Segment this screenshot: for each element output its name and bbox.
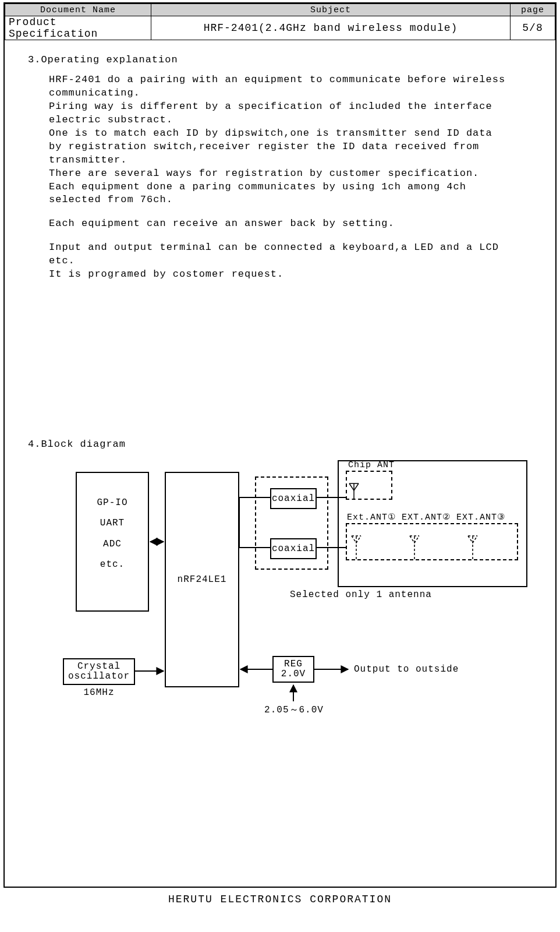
coaxial-box-1: coaxial: [270, 488, 317, 509]
section3-p8: It is programed by costomer request.: [49, 268, 511, 281]
coax2-label: coaxial: [272, 543, 315, 554]
nrf-block: nRF24LE1: [165, 472, 239, 687]
section3-p4: There are several ways for registration …: [49, 167, 511, 181]
crystal-freq: 16MHz: [63, 687, 135, 698]
reg-label: REG 2.0V: [281, 659, 306, 680]
section4-title: 4.Block diagram: [28, 439, 544, 450]
page-frame: Document Name Subject page Product Speci…: [3, 2, 557, 888]
gpio-line2: UART: [77, 513, 148, 534]
crystal-label: Crystal oscillator: [68, 662, 130, 682]
gpio-block: GP-IO UART ADC etc.: [76, 472, 149, 612]
chip-ant-label: Chip ANT: [348, 460, 395, 470]
gpio-line4: etc.: [77, 555, 148, 575]
section3-p5: Each equipment done a paring communicate…: [49, 181, 511, 207]
reg-block: REG 2.0V: [272, 656, 314, 683]
header-col-page: page: [511, 4, 555, 16]
section3-title: 3.Operating explanation: [28, 54, 544, 65]
nrf-label: nRF24LE1: [178, 574, 227, 585]
ext-ant-dashed: [346, 523, 518, 560]
coaxial-box-2: coaxial: [270, 538, 317, 559]
header-docname: Product Specification: [5, 16, 151, 40]
section3-p7: Input and output terminal can be connect…: [49, 241, 511, 268]
block-diagram: GP-IO UART ADC etc. nRF24LE1 Crystal osc…: [63, 460, 546, 716]
gpio-line3: ADC: [77, 534, 148, 555]
footer-company: HERUTU ELECTRONICS CORPORATION: [0, 888, 560, 911]
section3-p3: One is to match each ID by dipswitch,one…: [49, 127, 511, 167]
header-col-subject: Subject: [151, 4, 511, 16]
output-label: Output to outside: [354, 664, 459, 675]
section3-p2: Piring way is different by a specificati…: [49, 100, 511, 127]
header-table: Document Name Subject page Product Speci…: [5, 3, 555, 40]
voltage-range: 2.05～6.0V: [262, 704, 326, 716]
header-subject: HRF-2401(2.4GHz band wireless module): [151, 16, 511, 40]
content-area: 3.Operating explanation HRF-2401 do a pa…: [5, 40, 555, 716]
coax1-label: coaxial: [272, 493, 315, 504]
section3-p1: HRF-2401 do a pairing with an equipment …: [49, 73, 511, 100]
ext-ant-label: Ext.ANT① EXT.ANT② EXT.ANT③: [347, 511, 505, 523]
chip-ant-dashed: [346, 471, 392, 500]
header-col-docname: Document Name: [5, 4, 151, 16]
section3-p6: Each equipment can receive an answer bac…: [49, 217, 511, 231]
section3-body: HRF-2401 do a pairing with an equipment …: [49, 73, 511, 281]
gpio-line1: GP-IO: [77, 493, 148, 513]
crystal-block: Crystal oscillator: [63, 658, 135, 685]
antenna-note: Selected only 1 antenna: [290, 589, 432, 600]
header-page: 5/8: [511, 16, 555, 40]
